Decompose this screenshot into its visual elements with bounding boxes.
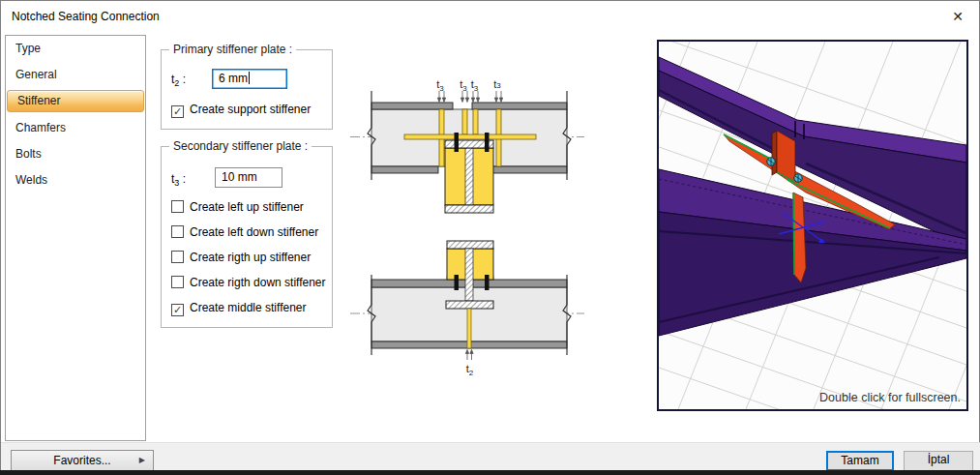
t3-input[interactable]: 10 mm [215, 167, 282, 188]
checkbox-label: Create left up stiffener [190, 200, 304, 214]
close-icon[interactable]: ✕ [946, 6, 969, 27]
secondary-group-title: Secondary stiffener plate : [169, 139, 312, 153]
checkbox-row-middle[interactable]: ✓Create middle stiffener [171, 301, 307, 315]
ok-button[interactable]: Tamam [826, 451, 894, 471]
checkbox-label: Create left down stiffener [190, 225, 318, 239]
t2-input[interactable]: 6 mm [212, 69, 287, 89]
t2-arrows [465, 350, 473, 361]
t2-label: t2 : [171, 73, 186, 88]
checkbox-left-up[interactable] [171, 200, 184, 213]
checkbox-row-left-down[interactable]: Create left down stiffener [171, 225, 318, 240]
sidebar-item-stiffener[interactable]: Stiffener [7, 90, 144, 112]
checkbox-row-right-up[interactable]: Create rigth up stiffener [171, 251, 311, 265]
sidebar: Type General Stiffener Chamfers Bolts We… [5, 35, 146, 441]
checkbox-row-right-down[interactable]: Create rigth down stiffener [171, 276, 326, 290]
footer-bar: Favorites... ▶ Tamam İptal [1, 442, 980, 471]
t3-label: t3 : [171, 172, 186, 188]
checkbox-label: Create rigth up stiffener [190, 251, 311, 264]
primary-stiffener-group: Primary stiffener plate : t2 : 6 mm ✓Cre… [161, 49, 333, 130]
arrow-right-icon: ▶ [139, 451, 145, 470]
bottom-section-diagram: t2 [350, 241, 584, 377]
checkbox-support-stiffener[interactable]: ✓ [171, 105, 184, 118]
sidebar-item-welds[interactable]: Welds [6, 167, 145, 193]
dialog-title: Notched Seating Connection [12, 10, 160, 23]
t3-dimension-labels: t3 t3 t3 t23 [436, 78, 501, 93]
checkbox-right-down[interactable] [171, 276, 184, 288]
favorites-label: Favorites... [53, 454, 110, 467]
checkbox-label: Create rigth down stiffener [190, 276, 326, 289]
checkbox-row-left-up[interactable]: Create left up stiffener [171, 200, 304, 215]
cancel-button[interactable]: İptal [904, 451, 973, 471]
dialog-window: Notched Seating Connection ✕ Type Genera… [0, 0, 980, 470]
preview-3d[interactable]: Double click for fullscreen. [657, 40, 968, 411]
text-caret [249, 72, 250, 84]
title-bar: Notched Seating Connection ✕ [1, 1, 979, 32]
favorites-button[interactable]: Favorites... ▶ [11, 450, 154, 471]
primary-group-title: Primary stiffener plate : [169, 43, 296, 56]
checkbox-label: Create middle stiffener [190, 301, 307, 314]
svg-text:t3: t3 [471, 78, 479, 93]
checkbox-left-down[interactable] [171, 225, 184, 238]
checkbox-right-up[interactable] [171, 251, 184, 263]
top-section-diagram: t3 t3 t3 t23 [350, 78, 584, 213]
sidebar-item-bolts[interactable]: Bolts [6, 141, 145, 167]
fullscreen-hint: Double click for fullscreen. [819, 391, 961, 404]
section-diagrams: t3 t3 t3 t23 [344, 56, 601, 385]
sidebar-item-chamfers[interactable]: Chamfers [6, 115, 145, 141]
svg-text:t23: t23 [493, 78, 501, 90]
checkbox-label: Create support stiffener [190, 103, 311, 116]
t3-arrows [437, 91, 502, 103]
t2-dimension-label: t2 [466, 363, 474, 377]
checkbox-row-support[interactable]: ✓Create support stiffener [171, 103, 311, 117]
sidebar-item-type[interactable]: Type [6, 36, 145, 62]
svg-text:t3: t3 [436, 78, 444, 93]
sidebar-item-general[interactable]: General [6, 62, 145, 88]
background-strip [0, 470, 980, 475]
checkbox-middle[interactable]: ✓ [171, 304, 184, 316]
svg-text:t3: t3 [460, 78, 467, 93]
preview-3d-scene: Double click for fullscreen. [659, 42, 966, 409]
secondary-stiffener-group: Secondary stiffener plate : t3 : 10 mm C… [161, 146, 333, 328]
